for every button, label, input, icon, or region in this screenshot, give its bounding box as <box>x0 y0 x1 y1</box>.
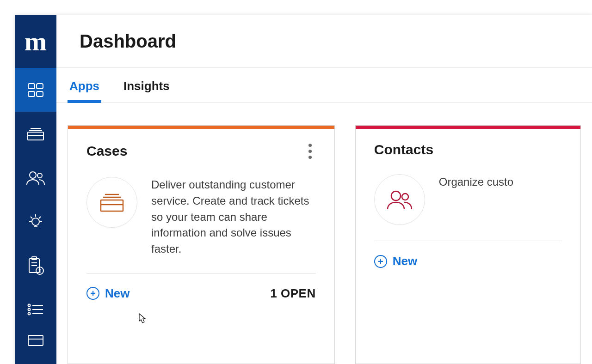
svg-point-35 <box>391 191 401 200</box>
cases-icon <box>86 177 137 228</box>
inbox-icon <box>26 127 45 141</box>
contacts-icon <box>374 174 425 225</box>
card-footer: + New <box>356 241 580 285</box>
svg-line-15 <box>31 217 32 218</box>
open-count[interactable]: 1 OPEN <box>270 286 315 301</box>
svg-text:$: $ <box>38 268 41 273</box>
svg-point-27 <box>28 312 31 315</box>
plus-icon: + <box>86 287 99 300</box>
svg-rect-1 <box>37 84 43 89</box>
svg-point-25 <box>28 308 31 310</box>
content: Cases Deliver outstanding cus <box>56 103 592 364</box>
card-stripe <box>356 126 580 129</box>
svg-rect-3 <box>37 91 43 97</box>
people-icon <box>25 170 46 186</box>
card-head: Contacts <box>356 129 580 158</box>
svg-rect-2 <box>28 91 35 97</box>
sidebar-item-billing[interactable]: $ <box>15 243 56 287</box>
new-label: New <box>393 254 417 268</box>
tab-apps[interactable]: Apps <box>68 71 101 103</box>
svg-point-23 <box>28 304 31 306</box>
svg-point-9 <box>37 173 42 178</box>
card-cases: Cases Deliver outstanding cus <box>68 125 335 364</box>
card-stripe <box>68 126 334 129</box>
sidebar-item-more[interactable] <box>15 331 56 350</box>
card-description: Organize custo <box>439 174 513 190</box>
svg-line-16 <box>39 217 41 218</box>
plus-icon: + <box>374 255 387 268</box>
card-title: Cases <box>86 143 127 159</box>
sidebar-item-contacts[interactable] <box>15 156 56 200</box>
sidebar-item-lists[interactable] <box>15 287 56 331</box>
list-icon <box>26 303 45 316</box>
new-case-button[interactable]: + New <box>86 286 130 301</box>
card-head: Cases <box>68 129 334 160</box>
sidebar-item-dashboard[interactable] <box>15 68 56 112</box>
sidebar-item-cases[interactable] <box>15 112 56 156</box>
card-title: Contacts <box>374 142 433 158</box>
svg-rect-0 <box>28 84 35 89</box>
new-label: New <box>105 286 130 301</box>
page-title: Dashboard <box>80 31 176 52</box>
tab-insights[interactable]: Insights <box>122 71 172 103</box>
card-icon <box>26 334 45 347</box>
svg-rect-31 <box>101 200 123 211</box>
card-description: Deliver outstanding customer service. Cr… <box>151 177 316 257</box>
svg-point-8 <box>30 172 36 178</box>
svg-rect-29 <box>28 335 43 346</box>
new-contact-button[interactable]: + New <box>374 254 417 268</box>
svg-rect-4 <box>28 132 43 140</box>
card-body: Deliver outstanding customer service. Cr… <box>68 160 334 273</box>
grid-icon <box>26 81 45 99</box>
card-body: Organize custo <box>356 158 580 241</box>
header: Dashboard <box>56 15 592 68</box>
lightbulb-icon <box>26 212 45 231</box>
main: Dashboard Apps Insights Cases <box>56 15 592 364</box>
kebab-menu-icon[interactable] <box>305 142 316 160</box>
card-contacts: Contacts Organize custo <box>355 125 581 364</box>
app-frame: m <box>15 15 592 364</box>
sidebar-item-ideas[interactable] <box>15 200 56 243</box>
clipboard-money-icon: $ <box>26 256 45 275</box>
svg-point-36 <box>402 194 408 200</box>
card-footer: + New 1 OPEN <box>68 273 334 317</box>
app-logo[interactable]: m <box>15 15 56 68</box>
sidebar: m <box>15 15 56 364</box>
svg-point-10 <box>32 218 39 225</box>
tabs: Apps Insights <box>56 68 592 103</box>
